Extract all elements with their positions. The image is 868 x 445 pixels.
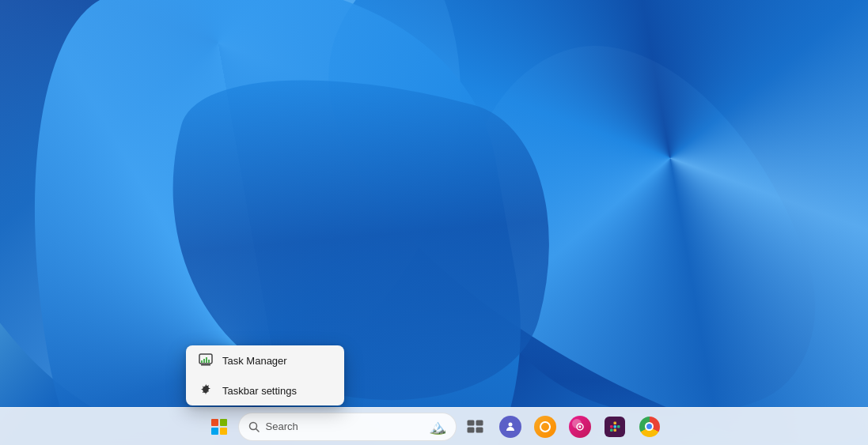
gear-icon <box>199 383 213 398</box>
svg-rect-16 <box>613 425 616 428</box>
win-quad-green <box>220 419 227 426</box>
app-lollipop-button[interactable] <box>564 411 596 443</box>
teams-chat-button[interactable] <box>495 411 526 443</box>
desktop: Task Manager Taskbar settings <box>0 0 868 445</box>
svg-rect-2 <box>203 359 205 363</box>
context-menu-taskbar-settings[interactable]: Taskbar settings <box>186 375 344 405</box>
copilot-icon <box>534 416 556 438</box>
task-view-button[interactable] <box>460 411 491 443</box>
slack-button[interactable] <box>599 411 631 443</box>
svg-rect-18 <box>613 421 616 424</box>
search-label: Search <box>266 420 423 432</box>
win-quad-red <box>211 419 218 426</box>
svg-rect-1 <box>201 360 203 363</box>
search-icon <box>248 421 260 432</box>
svg-rect-10 <box>467 427 474 432</box>
svg-rect-20 <box>617 425 620 428</box>
chrome-inner-circle <box>645 422 654 431</box>
slack-icon <box>605 417 625 437</box>
task-manager-icon <box>199 353 213 368</box>
windows-logo-icon <box>211 419 227 435</box>
svg-rect-15 <box>610 425 613 428</box>
svg-rect-19 <box>613 428 616 432</box>
task-manager-label: Task Manager <box>222 355 287 367</box>
chrome-icon <box>639 417 660 437</box>
taskbar: Search 🏔️ <box>0 407 868 445</box>
context-menu: Task Manager Taskbar settings <box>186 345 344 405</box>
search-bar[interactable]: Search 🏔️ <box>238 413 457 441</box>
svg-point-14 <box>578 425 581 428</box>
svg-rect-4 <box>208 360 210 363</box>
task-view-icon <box>466 417 485 436</box>
teams-chat-icon <box>499 416 521 438</box>
taskbar-center: Search 🏔️ <box>203 411 665 443</box>
context-menu-task-manager[interactable]: Task Manager <box>186 345 344 375</box>
start-button[interactable] <box>203 411 235 443</box>
svg-point-12 <box>508 422 512 426</box>
svg-rect-5 <box>201 364 210 366</box>
chrome-button[interactable] <box>634 411 665 443</box>
svg-rect-17 <box>610 428 613 432</box>
svg-rect-3 <box>206 357 207 363</box>
taskbar-settings-label: Taskbar settings <box>222 385 297 397</box>
svg-line-7 <box>256 428 259 432</box>
win-quad-yellow <box>220 428 227 435</box>
svg-rect-8 <box>467 420 474 425</box>
svg-rect-9 <box>476 420 483 425</box>
search-emoji-decoration: 🏔️ <box>429 418 446 436</box>
win-quad-blue <box>211 428 218 435</box>
app-lollipop-icon <box>569 416 591 438</box>
copilot-button[interactable] <box>529 411 561 443</box>
svg-rect-11 <box>476 427 483 432</box>
